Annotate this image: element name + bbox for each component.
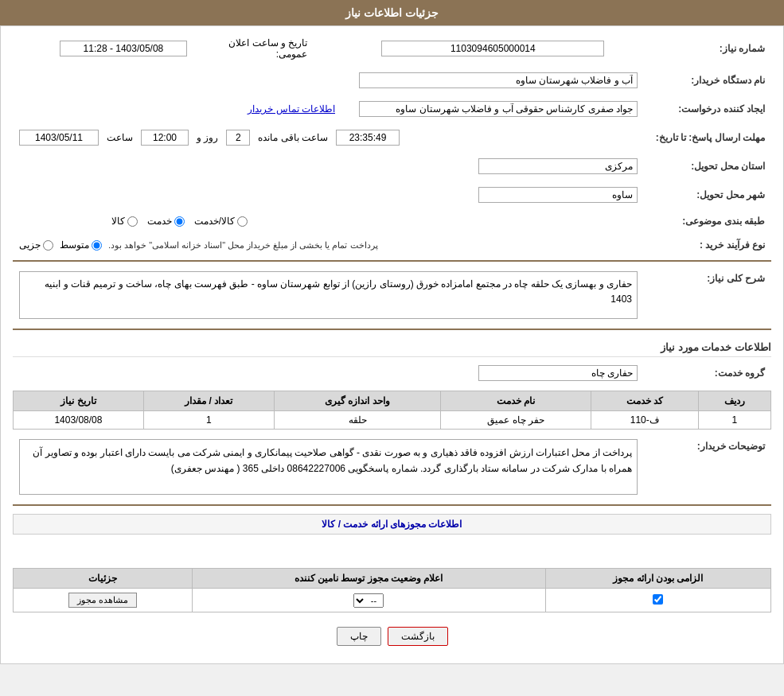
deadline-time-input[interactable] (141, 130, 189, 146)
org-info-table: نام دستگاه خریدار: (13, 69, 771, 91)
buyer-notes-label: توضیحات خریدار: (644, 436, 771, 498)
description-box: حفاری و بهسازی یک حلقه چاه در مجتمع امام… (19, 271, 638, 319)
back-button[interactable]: بازگشت (388, 627, 448, 646)
license-row: -- مشاهده مجوز (14, 589, 771, 612)
view-license-button[interactable]: مشاهده مجوز (68, 593, 137, 608)
license-status-select[interactable]: -- (353, 593, 384, 608)
deadline-remaining-input[interactable] (336, 130, 400, 146)
process-jozi-item: جزیی (19, 239, 53, 251)
basic-info-table: شماره نیاز: تاریخ و ساعت اعلان عمومی: (13, 34, 771, 63)
announce-input[interactable] (60, 41, 187, 56)
deadline-label: مهلت ارسال پاسخ: تا تاریخ: (644, 126, 771, 149)
row-code: ف-110 (591, 411, 698, 430)
process-note: پرداخت تمام یا بخشی از مبلغ خریداز محل "… (108, 240, 378, 251)
print-button[interactable]: چاپ (337, 627, 381, 646)
services-title: اطلاعات خدمات مورد نیاز (13, 336, 771, 357)
need-number-input[interactable] (381, 41, 604, 56)
process-motavasset-label: متوسط (60, 239, 89, 251)
license-col-details: جزئیات (14, 569, 193, 589)
process-motavasset-item: متوسط (60, 239, 102, 251)
license-section-title: اطلاعات مجوزهای ارائه خدمت / کالا (13, 514, 771, 535)
province-info-table: استان محل تحویل: (13, 155, 771, 177)
main-content: شماره نیاز: تاریخ و ساعت اعلان عمومی: نا… (0, 25, 784, 664)
license-details-cell: مشاهده مجوز (14, 589, 193, 612)
col-quantity: تعداد / مقدار (143, 391, 274, 411)
process-label: نوع فرآیند خرید : (644, 236, 771, 254)
city-info-table: شهر محل تحویل: (13, 184, 771, 206)
need-number-label: شماره نیاز: (610, 34, 771, 63)
footer-buttons: بازگشت چاپ (13, 617, 771, 655)
col-code: کد خدمت (591, 391, 698, 411)
license-required-checkbox[interactable] (653, 594, 663, 605)
license-required-cell (545, 589, 770, 612)
creator-info-table: ایجاد کننده درخواست: اطلاعات تماس خریدار (13, 98, 771, 120)
category-kala-item: کالا (111, 216, 138, 227)
city-input[interactable] (478, 187, 638, 203)
row-name: حفر چاه عمیق (441, 411, 591, 430)
service-group-label: گروه خدمت: (644, 362, 771, 384)
page-wrapper: جزئیات اطلاعات نیاز شماره نیاز: تاریخ و … (0, 0, 784, 664)
license-table: الزامی بودن ارائه مجوز اعلام وضعیت مجوز … (13, 568, 771, 612)
license-status-cell: -- (192, 589, 545, 612)
process-info-table: نوع فرآیند خرید : جزیی متوسط پرداخت تمام… (13, 236, 771, 254)
province-input[interactable] (478, 158, 638, 174)
category-label: طبقه بندی موضوعی: (644, 212, 771, 230)
org-name-input[interactable] (359, 72, 638, 88)
row-date: 1403/08/08 (14, 411, 144, 430)
buyer-notes-table: توضیحات خریدار: پرداخت از محل اعتبارات ا… (13, 436, 771, 498)
license-col-status: اعلام وضعیت مجوز توسط نامین کننده (192, 569, 545, 589)
spacer (13, 539, 771, 563)
contact-link[interactable]: اطلاعات تماس خریدار (248, 103, 335, 115)
city-label: شهر محل تحویل: (644, 184, 771, 206)
creator-label: ایجاد کننده درخواست: (644, 98, 771, 120)
deadline-remaining-label: ساعت باقی مانده (258, 132, 328, 143)
process-jozi-label: جزیی (19, 239, 41, 251)
col-unit: واحد اندازه گیری (274, 391, 441, 411)
buyer-notes-box: پرداخت از محل اعتبارات ارزش افزوده فاقد … (19, 439, 638, 495)
row-unit: حلقه (274, 411, 441, 430)
separator-1 (13, 260, 771, 262)
category-both-item: کالا/خدمت (194, 216, 248, 227)
category-kala-label: کالا (111, 216, 125, 227)
description-label: شرح کلی نیاز: (644, 268, 771, 322)
table-row: 1 ف-110 حفر چاه عمیق حلقه 1 1403/08/08 (14, 411, 771, 430)
deadline-days-label: روز و (197, 132, 218, 143)
service-group-table: گروه خدمت: (13, 362, 771, 384)
category-both-label: کالا/خدمت (194, 216, 235, 227)
col-name: نام خدمت (441, 391, 591, 411)
deadline-time-label: ساعت (107, 132, 133, 143)
row-number: 1 (698, 411, 770, 430)
category-info-table: طبقه بندی موضوعی: کالا خدمت کالا/خدمت (13, 212, 771, 230)
col-date: تاریخ نیاز (14, 391, 144, 411)
category-khadamat-item: خدمت (147, 216, 185, 227)
province-label: استان محل تحویل: (644, 155, 771, 177)
separator-3 (13, 504, 771, 506)
separator-2 (13, 329, 771, 330)
org-name-label: نام دستگاه خریدار: (644, 69, 771, 91)
announce-label: تاریخ و ساعت اعلان عمومی: (193, 34, 314, 63)
process-motavasset-radio[interactable] (92, 240, 102, 251)
license-col-required: الزامی بودن ارائه مجوز (545, 569, 770, 589)
category-khadamat-radio[interactable] (174, 216, 185, 227)
process-jozi-radio[interactable] (43, 240, 53, 251)
row-quantity: 1 (143, 411, 274, 430)
category-khadamat-label: خدمت (147, 216, 172, 227)
col-row: ردیف (698, 391, 770, 411)
deadline-info-table: مهلت ارسال پاسخ: تا تاریخ: ساعت روز و سا… (13, 126, 771, 149)
deadline-days-input[interactable] (226, 130, 250, 146)
service-group-input[interactable] (478, 365, 638, 381)
deadline-date-input[interactable] (19, 130, 99, 146)
description-info-table: شرح کلی نیاز: حفاری و بهسازی یک حلقه چاه… (13, 268, 771, 322)
page-title: جزئیات اطلاعات نیاز (0, 0, 784, 25)
services-data-table: ردیف کد خدمت نام خدمت واحد اندازه گیری ت… (13, 391, 771, 430)
category-kala-radio[interactable] (127, 216, 138, 227)
creator-input[interactable] (359, 101, 638, 117)
category-both-radio[interactable] (237, 216, 248, 227)
